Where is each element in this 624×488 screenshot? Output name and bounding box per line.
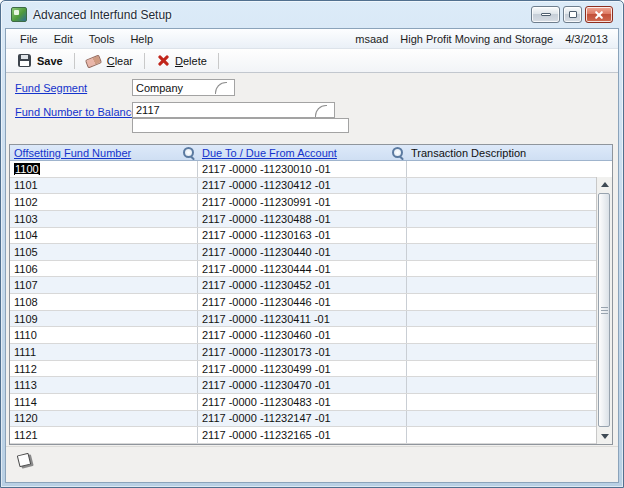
fund-number-dropdown-icon[interactable] [314, 104, 333, 116]
table-row[interactable]: 1107 2117 -0000 -11230452 -01 [10, 277, 612, 294]
description-cell[interactable] [407, 194, 596, 210]
account-cell[interactable]: 2117 -0000 -11230446 -01 [198, 294, 407, 310]
description-cell[interactable] [407, 161, 596, 177]
fund-number-cell[interactable]: 1110 [10, 327, 198, 343]
account-cell[interactable]: 2117 -0000 -11230412 -01 [198, 178, 407, 194]
fund-number-cell[interactable]: 1102 [10, 194, 198, 210]
description-cell[interactable] [407, 311, 596, 327]
fund-number-cell[interactable]: 1120 [10, 411, 198, 427]
description-cell[interactable] [407, 261, 596, 277]
column-header-due-to-due-from-account[interactable]: Due To / Due From Account [198, 145, 407, 160]
fund-number-cell[interactable]: 1104 [10, 228, 198, 244]
fund-number-cell[interactable]: 1112 [10, 361, 198, 377]
fund-description-field[interactable] [132, 118, 349, 133]
table-row[interactable]: 1103 2117 -0000 -11230488 -01 [10, 211, 612, 228]
account-cell[interactable]: 2117 -0000 -11230411 -01 [198, 311, 407, 327]
delete-button[interactable]: Delete [148, 52, 215, 69]
table-row[interactable]: 1108 2117 -0000 -11230446 -01 [10, 294, 612, 311]
arrow-up-icon [601, 182, 609, 187]
fund-number-cell[interactable]: 1121 [10, 427, 198, 443]
table-row[interactable]: 1106 2117 -0000 -11230444 -01 [10, 261, 612, 278]
account-cell[interactable]: 2117 -0000 -11230440 -01 [198, 244, 407, 260]
description-cell[interactable] [407, 411, 596, 427]
lookup-magnifier-icon[interactable] [183, 147, 195, 159]
account-cell[interactable]: 2117 -0000 -11230452 -01 [198, 277, 407, 293]
scrollbar-thumb[interactable] [598, 193, 610, 427]
description-cell[interactable] [407, 377, 596, 393]
menu-tools[interactable]: Tools [81, 29, 123, 48]
fund-number-to-balance-label[interactable]: Fund Number to Balance [15, 106, 137, 118]
description-cell[interactable] [407, 294, 596, 310]
menu-help[interactable]: Help [122, 29, 161, 48]
description-cell[interactable] [407, 344, 596, 360]
account-cell[interactable]: 2117 -0000 -11230460 -01 [198, 327, 407, 343]
table-row[interactable]: 1102 2117 -0000 -11230991 -01 [10, 194, 612, 211]
description-cell[interactable] [407, 427, 596, 443]
close-button[interactable] [585, 6, 613, 23]
fund-segment-field[interactable]: Company [132, 79, 235, 96]
table-row[interactable]: 1100 2117 -0000 -11230010 -01 [10, 161, 612, 178]
description-cell[interactable] [407, 178, 596, 194]
account-cell[interactable]: 2117 -0000 -11230010 -01 [198, 161, 407, 177]
description-cell[interactable] [407, 361, 596, 377]
app-icon [11, 7, 27, 22]
description-cell[interactable] [407, 228, 596, 244]
fund-number-cell[interactable]: 1107 [10, 277, 198, 293]
table-row[interactable]: 1121 2117 -0000 -11232165 -01 [10, 427, 612, 444]
save-label: Save [37, 55, 63, 67]
table-row[interactable]: 1104 2117 -0000 -11230163 -01 [10, 228, 612, 245]
account-cell[interactable]: 2117 -0000 -11230470 -01 [198, 377, 407, 393]
vertical-scrollbar[interactable] [596, 177, 612, 444]
fund-number-cell[interactable]: 1101 [10, 178, 198, 194]
description-cell[interactable] [407, 277, 596, 293]
minimize-button[interactable] [531, 6, 560, 23]
account-cell[interactable]: 2117 -0000 -11232165 -01 [198, 427, 407, 443]
lookup-magnifier-icon[interactable] [392, 147, 404, 159]
fund-number-cell[interactable]: 1103 [10, 211, 198, 227]
table-row[interactable]: 1105 2117 -0000 -11230440 -01 [10, 244, 612, 261]
clear-button[interactable]: Clear [78, 53, 141, 69]
fund-number-cell[interactable]: 1114 [10, 394, 198, 410]
table-row[interactable]: 1109 2117 -0000 -11230411 -01 [10, 311, 612, 328]
fund-number-cell[interactable]: 1105 [10, 244, 198, 260]
account-cell[interactable]: 2117 -0000 -11230488 -01 [198, 211, 407, 227]
account-cell[interactable]: 2117 -0000 -11230444 -01 [198, 261, 407, 277]
account-cell[interactable]: 2117 -0000 -11230173 -01 [198, 344, 407, 360]
fund-segment-dropdown-icon[interactable] [214, 81, 233, 94]
account-cell[interactable]: 2117 -0000 -11230483 -01 [198, 394, 407, 410]
table-row[interactable]: 1110 2117 -0000 -11230460 -01 [10, 327, 612, 344]
maximize-button[interactable] [563, 6, 582, 23]
scroll-up-button[interactable] [597, 177, 612, 192]
table-row[interactable]: 1114 2117 -0000 -11230483 -01 [10, 394, 612, 411]
fund-segment-label[interactable]: Fund Segment [15, 82, 87, 94]
description-cell[interactable] [407, 394, 596, 410]
fund-number-cell[interactable]: 1100 [10, 161, 198, 177]
account-cell[interactable]: 2117 -0000 -11230499 -01 [198, 361, 407, 377]
description-cell[interactable] [407, 244, 596, 260]
menu-edit[interactable]: Edit [46, 29, 81, 48]
table-row[interactable]: 1111 2117 -0000 -11230173 -01 [10, 344, 612, 361]
fund-number-cell[interactable]: 1113 [10, 377, 198, 393]
fund-number-field[interactable]: 2117 [132, 102, 335, 118]
menu-file[interactable]: File [12, 29, 46, 48]
account-cell[interactable]: 2117 -0000 -11230991 -01 [198, 194, 407, 210]
table-row[interactable]: 1120 2117 -0000 -11232147 -01 [10, 411, 612, 428]
save-button[interactable]: Save [10, 52, 71, 69]
fund-number-cell[interactable]: 1109 [10, 311, 198, 327]
account-cell[interactable]: 2117 -0000 -11230163 -01 [198, 228, 407, 244]
table-row[interactable]: 1101 2117 -0000 -11230412 -01 [10, 178, 612, 195]
scroll-down-button[interactable] [597, 429, 612, 444]
account-cell[interactable]: 2117 -0000 -11232147 -01 [198, 411, 407, 427]
fund-number-cell[interactable]: 1111 [10, 344, 198, 360]
table-body: 1100 2117 -0000 -11230010 -01 1101 2117 … [10, 161, 612, 444]
column-header-offsetting-fund-number[interactable]: Offsetting Fund Number [10, 145, 198, 160]
fund-number-cell[interactable]: 1108 [10, 294, 198, 310]
table-row[interactable]: 1113 2117 -0000 -11230470 -01 [10, 377, 612, 394]
fund-number-cell[interactable]: 1106 [10, 261, 198, 277]
note-icon[interactable] [17, 453, 32, 468]
title-bar: Advanced Interfund Setup [5, 1, 619, 28]
clear-label: Clear [107, 55, 133, 67]
table-row[interactable]: 1112 2117 -0000 -11230499 -01 [10, 361, 612, 378]
description-cell[interactable] [407, 211, 596, 227]
description-cell[interactable] [407, 327, 596, 343]
